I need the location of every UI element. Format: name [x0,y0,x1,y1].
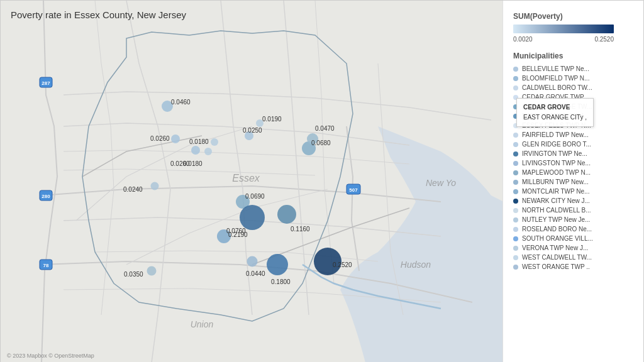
bubble-label-7: 0.0470 [315,125,335,132]
municipality-dot-20 [513,255,518,260]
bubble-13[interactable] [247,256,258,267]
municipality-label-0: BELLEVILLE TWP Ne... [522,65,589,72]
municipality-label-8: GLEN RIDGE BORO T... [522,141,591,148]
bubble-16[interactable] [147,266,157,276]
municipality-label-14: NEWARK CITY New J... [522,197,590,204]
municipality-label-9: IRVINGTON TWP Ne... [522,150,587,157]
legend-sum-title: SUM(Poverty) [513,12,633,21]
bubble-label-15: 0.2520 [333,261,352,268]
municipality-dot-11 [513,170,518,175]
bubble-label-5: 0.0190 [262,116,282,123]
bubble-label-13: 0.0440 [246,270,265,277]
svg-text:280: 280 [42,194,50,199]
legend-gradient [513,25,614,33]
bubble-label-8: 0.0240 [123,186,143,193]
municipality-item-21[interactable]: WEST ORANGE TWP .. [513,263,633,270]
map-svg: 287 280 78 507 Essex New Yo Hudson Union [1,1,504,362]
municipality-label-18: SOUTH ORANGE VILL... [522,235,593,242]
municipality-label-2: CALDWELL BORO TW... [522,84,592,91]
municipality-label-11: MAPLEWOOD TWP N... [522,169,591,176]
municipality-dot-19 [513,246,518,251]
municipality-item-19[interactable]: VERONA TWP New J... [513,244,633,251]
bubble-label-17: 0.0180 [183,160,203,167]
municipality-item-11[interactable]: MAPLEWOOD TWP N... [513,169,633,176]
legend-min: 0.0020 [513,36,533,43]
bubble-8[interactable] [151,182,159,190]
municipality-dot-17 [513,227,518,232]
bubble-2[interactable] [191,146,200,155]
legend-max: 0.2520 [594,36,614,43]
bubble-10[interactable] [240,205,265,230]
municipalities-title: Municipalities [513,52,633,60]
map-copyright: © 2023 Mapbox © OpenStreetMap [7,353,94,359]
bubble-11[interactable] [277,205,296,224]
svg-text:78: 78 [43,263,49,268]
municipality-label-15: NORTH CALDWELL B... [522,207,591,214]
map-area[interactable]: 287 280 78 507 Essex New Yo Hudson Union… [1,1,504,362]
svg-text:New Yo: New Yo [426,178,456,188]
map-title: Poverty rate in Essex County, New Jersey [11,9,186,20]
municipality-label-17: ROSELAND BORO Ne... [522,226,592,233]
bubble-label-14: 0.1800 [271,278,291,285]
svg-text:Union: Union [191,319,214,329]
municipality-item-15[interactable]: NORTH CALDWELL B... [513,207,633,214]
municipality-dot-9 [513,151,518,156]
municipality-item-0[interactable]: BELLEVILLE TWP Ne... [513,65,633,72]
tooltip-box: CEDAR GROVEEAST ORANGE CITy , [516,98,594,127]
municipality-item-12[interactable]: MILLBURN TWP New... [513,178,633,185]
bubble-label-9: 0.0690 [245,193,265,200]
municipality-dot-21 [513,265,518,270]
main-container: 287 280 78 507 Essex New Yo Hudson Union… [0,0,644,362]
municipality-dot-7 [513,133,518,138]
bubble-1[interactable] [171,134,180,143]
municipality-label-21: WEST ORANGE TWP .. [522,263,590,270]
bubble-label-4: 0.0250 [243,127,262,134]
municipality-item-17[interactable]: ROSELAND BORO Ne... [513,226,633,233]
bubble-label-11: 0.1160 [291,226,310,233]
municipality-dot-12 [513,180,518,185]
municipality-dot-2 [513,85,518,90]
municipality-label-16: NUTLEY TWP New Je... [522,216,590,223]
tooltip-line-1: EAST ORANGE CITy , [523,112,587,123]
legend-panel: SUM(Poverty) 0.0020 0.2520 Municipalitie… [502,1,643,362]
municipality-label-13: MONTCLAIR TWP Ne... [522,188,589,195]
municipality-item-14[interactable]: NEWARK CITY New J... [513,197,633,204]
bubble-label-1: 0.0260 [150,135,170,142]
municipality-dot-1 [513,76,518,81]
municipality-item-7[interactable]: FAIRFIELD TWP New... [513,131,633,138]
municipality-dot-10 [513,161,518,166]
bubble-label-12: 0.0760 [226,228,246,234]
municipality-item-13[interactable]: MONTCLAIR TWP Ne... [513,188,633,195]
municipality-label-10: LIVINGSTON TWP Ne... [522,160,591,167]
tooltip-line-0: CEDAR GROVE [523,102,587,112]
municipality-item-8[interactable]: GLEN RIDGE BORO T... [513,141,633,148]
municipality-label-19: VERONA TWP New J... [522,244,588,251]
svg-text:507: 507 [349,187,358,193]
municipality-label-12: MILLBURN TWP New... [522,178,589,185]
svg-text:Essex: Essex [232,173,260,184]
municipality-item-2[interactable]: CALDWELL BORO TW... [513,84,633,91]
bubble-label-3: 0.0180 [189,138,209,145]
municipality-item-16[interactable]: NUTLEY TWP New Je... [513,216,633,223]
svg-text:287: 287 [42,80,50,86]
municipality-item-9[interactable]: IRVINGTON TWP Ne... [513,150,633,157]
municipality-item-1[interactable]: BLOOMFIELD TWP N... [513,75,633,82]
municipality-item-20[interactable]: WEST CALDWELL TW... [513,254,633,261]
municipality-dot-15 [513,208,518,213]
municipality-item-18[interactable]: SOUTH ORANGE VILL... [513,235,633,242]
bubble-3[interactable] [211,138,218,146]
municipality-label-7: FAIRFIELD TWP New... [522,131,589,138]
bubble-14[interactable] [267,254,288,275]
bubble-label-0: 0.0460 [171,99,191,106]
legend-range: 0.0020 0.2520 [513,36,614,43]
municipality-label-1: BLOOMFIELD TWP N... [522,75,589,82]
municipality-dot-8 [513,142,518,147]
municipality-dot-18 [513,236,518,241]
bubble-label-16: 0.0350 [124,271,143,278]
svg-text:Hudson: Hudson [401,260,431,270]
municipality-dot-0 [513,67,518,72]
bubble-label-6: 0.0680 [311,140,331,146]
municipality-item-10[interactable]: LIVINGSTON TWP Ne... [513,160,633,167]
municipality-dot-13 [513,189,518,194]
bubble-17[interactable] [204,148,212,155]
